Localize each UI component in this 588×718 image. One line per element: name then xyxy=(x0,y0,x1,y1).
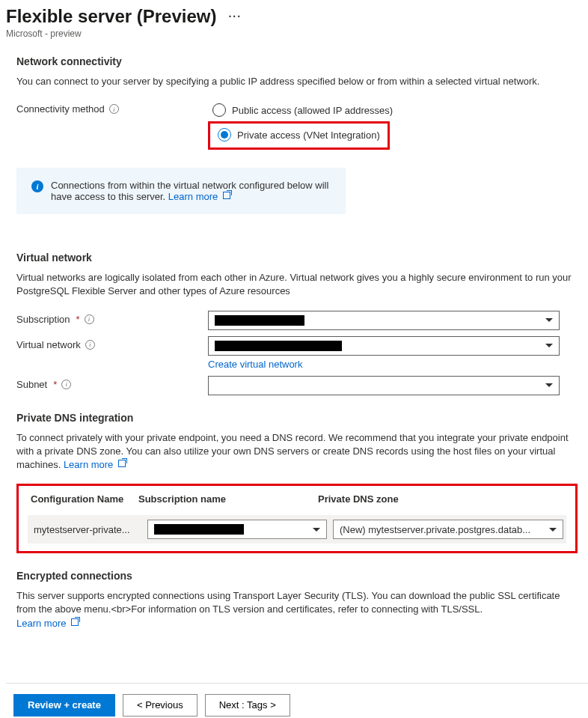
radio-private-label: Private access (VNet Integration) xyxy=(237,130,380,141)
external-link-icon xyxy=(223,192,230,199)
info-banner-learn-more-link[interactable]: Learn more xyxy=(168,191,230,202)
redacted-value xyxy=(215,315,304,326)
subnet-select[interactable] xyxy=(208,376,560,395)
dns-table-row: mytestserver-private... (New) mytestserv… xyxy=(28,515,566,544)
info-icon[interactable]: i xyxy=(85,314,94,324)
wizard-footer: Review + create < Previous Next : Tags > xyxy=(6,683,588,718)
subnet-label: Subnet xyxy=(16,379,47,390)
redacted-value xyxy=(215,341,342,351)
dns-config-name: mytestserver-private... xyxy=(31,524,141,535)
vnet-heading: Virtual network xyxy=(16,252,578,264)
virtual-network-label: Virtual network xyxy=(16,339,81,350)
info-icon[interactable]: i xyxy=(61,380,71,389)
dns-col-zone: Private DNS zone xyxy=(318,493,566,505)
dns-col-subscription: Subscription name xyxy=(138,493,318,505)
radio-public-access[interactable]: Public access (allowed IP addresses) xyxy=(208,100,560,120)
chevron-down-icon xyxy=(545,383,553,387)
vnet-description: Virtual networks are logically isolated … xyxy=(16,271,578,298)
chevron-down-icon xyxy=(313,528,320,532)
review-create-button[interactable]: Review + create xyxy=(13,694,115,717)
chevron-down-icon xyxy=(549,528,557,532)
external-link-icon xyxy=(118,460,126,467)
dns-learn-more-link[interactable]: Learn more xyxy=(64,459,126,470)
dns-zone-select[interactable]: (New) mytestserver.private.postgres.data… xyxy=(333,520,563,539)
dns-heading: Private DNS integration xyxy=(16,412,578,424)
page-subtitle: Microsoft - preview xyxy=(6,28,588,39)
network-description: You can connect to your server by specif… xyxy=(16,75,578,88)
dns-zone-value: (New) mytestserver.private.postgres.data… xyxy=(340,524,530,535)
connectivity-method-label: Connectivity method xyxy=(16,103,105,115)
info-banner: i Connections from within the virtual ne… xyxy=(16,168,346,214)
radio-icon xyxy=(212,103,226,117)
external-link-icon xyxy=(71,618,79,626)
encryption-learn-more-link[interactable]: Learn more xyxy=(16,618,79,629)
encryption-heading: Encrypted connections xyxy=(16,570,578,582)
encryption-description: This server supports encrypted connectio… xyxy=(16,590,560,615)
info-icon[interactable]: i xyxy=(85,340,95,350)
more-menu-icon[interactable]: ··· xyxy=(228,10,242,22)
subscription-select[interactable] xyxy=(208,311,560,330)
radio-public-label: Public access (allowed IP addresses) xyxy=(232,105,393,116)
dns-subscription-select[interactable] xyxy=(147,520,327,539)
chevron-down-icon xyxy=(545,344,553,347)
dns-col-config: Configuration Name xyxy=(28,493,138,505)
page-title: Flexible server (Preview) xyxy=(6,6,216,27)
required-indicator: * xyxy=(76,314,80,325)
radio-icon-checked xyxy=(218,128,231,142)
info-icon[interactable]: i xyxy=(109,104,119,114)
subscription-label: Subscription xyxy=(16,314,70,325)
previous-button[interactable]: < Previous xyxy=(123,694,197,717)
network-heading: Network connectivity xyxy=(16,55,578,67)
virtual-network-select[interactable] xyxy=(208,336,560,356)
dns-highlight-box: Configuration Name Subscription name Pri… xyxy=(16,484,578,553)
create-virtual-network-link[interactable]: Create virtual network xyxy=(208,359,302,370)
highlight-box: Private access (VNet Integration) xyxy=(208,121,390,150)
redacted-value xyxy=(154,524,244,535)
next-button[interactable]: Next : Tags > xyxy=(205,694,290,717)
chevron-down-icon xyxy=(545,318,553,322)
info-banner-icon: i xyxy=(31,180,43,192)
radio-private-access[interactable]: Private access (VNet Integration) xyxy=(213,125,385,144)
required-indicator: * xyxy=(53,379,57,390)
